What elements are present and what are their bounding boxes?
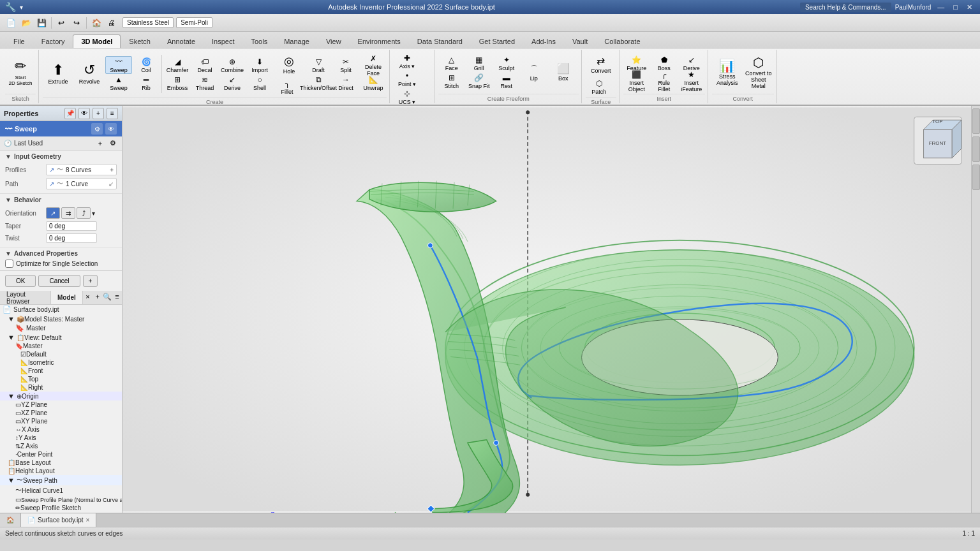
point-btn[interactable]: • Point ▾ bbox=[394, 70, 420, 88]
chamfer-btn[interactable]: ◢ Chamfer bbox=[164, 56, 191, 74]
tab-3dmodel[interactable]: 3D Model bbox=[73, 34, 121, 48]
tree-yz[interactable]: ▭ YZ Plane bbox=[0, 400, 122, 409]
tree-helical[interactable]: 〜 Helical Curve1 bbox=[0, 485, 122, 496]
sheet-metal-btn[interactable]: ⬡ Convert toSheet Metal bbox=[743, 54, 774, 92]
tree-sweep-path[interactable]: ▼ 〜 Sweep Path bbox=[0, 475, 122, 485]
optimize-checkbox[interactable] bbox=[5, 260, 13, 268]
tab-addins[interactable]: Add-Ins bbox=[523, 34, 564, 48]
tab-inspect[interactable]: Inspect bbox=[204, 34, 242, 48]
home-icon-tab[interactable]: 🏠 bbox=[0, 513, 21, 527]
print-btn[interactable]: 🖨 bbox=[105, 16, 119, 30]
rib-btn[interactable]: ═ Rib bbox=[133, 74, 160, 92]
tab-vault[interactable]: Vault bbox=[564, 34, 596, 48]
ok-btn[interactable]: OK bbox=[5, 275, 36, 287]
rest-btn[interactable]: ▬ Rest bbox=[493, 73, 520, 91]
tree-end-of-part[interactable]: — End of Part bbox=[0, 512, 122, 513]
hint-btn2[interactable] bbox=[972, 136, 980, 162]
lip-btn[interactable]: ⌒ Lip bbox=[521, 64, 547, 82]
search-help-btn[interactable]: Search Help & Commands... bbox=[800, 3, 891, 12]
convert-btn[interactable]: ⇄ Convert bbox=[586, 52, 616, 78]
insert-ifeature-btn[interactable]: ★ Insert iFeature bbox=[678, 73, 705, 91]
tree-tab-model[interactable]: Model bbox=[51, 291, 83, 304]
tab-file[interactable]: File bbox=[5, 34, 33, 48]
stitch-btn[interactable]: ⊞ Stitch bbox=[438, 73, 465, 91]
cancel-btn[interactable]: Cancel bbox=[38, 275, 80, 287]
redo-btn[interactable]: ↪ bbox=[70, 16, 84, 30]
menu-btn[interactable]: ≡ bbox=[107, 108, 118, 119]
combine-btn[interactable]: ⊕ Combine bbox=[219, 56, 246, 74]
eye-btn[interactable]: 👁 bbox=[78, 108, 90, 119]
eye-white-btn[interactable]: 👁 bbox=[105, 123, 117, 135]
orient-btn3[interactable]: ⤴ bbox=[77, 207, 91, 219]
rule-fillet-btn[interactable]: ╭ Rule Fillet bbox=[651, 73, 678, 91]
save-btn[interactable]: 💾 bbox=[34, 16, 48, 30]
tree-front[interactable]: 📐 Front bbox=[0, 367, 122, 375]
split-btn[interactable]: ✂ Split bbox=[332, 56, 359, 74]
box-btn[interactable]: ⬜ Box bbox=[548, 60, 579, 85]
tree-base-layout[interactable]: 📋 Base Layout bbox=[0, 459, 122, 467]
tree-origin[interactable]: ▼ ⊕ Origin bbox=[0, 392, 122, 400]
close-btn[interactable]: ✕ bbox=[964, 3, 975, 11]
sculpt-btn[interactable]: ✦ Sculpt bbox=[493, 55, 520, 73]
home-btn[interactable]: 🏠 bbox=[89, 16, 103, 30]
grill-btn[interactable]: ▦ Grill bbox=[466, 55, 493, 73]
tree-yaxis[interactable]: ↕ Y Axis bbox=[0, 434, 122, 442]
orient-dropdown[interactable]: ▾ bbox=[92, 210, 95, 217]
tab-view[interactable]: View bbox=[318, 34, 350, 48]
tab-sketch[interactable]: Sketch bbox=[121, 34, 159, 48]
pin-btn[interactable]: 📌 bbox=[64, 108, 76, 119]
face-btn[interactable]: △ Face bbox=[438, 55, 465, 73]
tab-collaborate[interactable]: Collaborate bbox=[596, 34, 648, 48]
shell-btn[interactable]: ○ Shell bbox=[246, 74, 273, 92]
tree-root[interactable]: 📄 Surface body.ipt bbox=[0, 305, 122, 314]
tree-xaxis[interactable]: ↔ X Axis bbox=[0, 425, 122, 434]
decal-btn[interactable]: 🏷 Decal bbox=[191, 56, 218, 74]
import-btn[interactable]: ⬇ Import bbox=[246, 56, 273, 74]
tree-menu-btn[interactable]: ≡ bbox=[112, 291, 122, 302]
tree-tab-layout[interactable]: Layout Browser bbox=[0, 291, 51, 304]
tree-default[interactable]: ☑ Default bbox=[0, 350, 122, 358]
fillet-btn[interactable]: ╮ Fillet bbox=[274, 78, 301, 96]
surface-body-tab[interactable]: 📄 Surface body.ipt × bbox=[21, 513, 96, 527]
twist-input[interactable] bbox=[46, 233, 97, 243]
taper-input[interactable] bbox=[46, 221, 97, 231]
tree-master1[interactable]: 🔖 Master bbox=[0, 323, 122, 333]
unwrap-btn[interactable]: 📐 Unwrap bbox=[360, 74, 387, 92]
doc-close-btn[interactable]: × bbox=[86, 517, 90, 524]
hint-btn1[interactable] bbox=[972, 108, 980, 134]
loft-btn[interactable]: ▲ Sweep bbox=[105, 74, 132, 92]
extrude-btn[interactable]: ⬆ Extrude bbox=[43, 55, 73, 93]
material-dropdown[interactable]: Stainless Steel bbox=[122, 17, 174, 28]
tree-right[interactable]: 📐 Right bbox=[0, 383, 122, 392]
profiles-value[interactable]: ↗ 〜 8 Curves + bbox=[46, 164, 117, 175]
axis-btn[interactable]: ✚ Axis ▾ bbox=[394, 52, 420, 70]
hole-btn[interactable]: ◎ Hole bbox=[274, 52, 304, 78]
path-value[interactable]: ↗ 〜 1 Curve ↙ bbox=[46, 178, 117, 189]
sweep-btn[interactable]: 〰 Sweep bbox=[105, 56, 132, 74]
tree-zaxis[interactable]: ⇅ Z Axis bbox=[0, 442, 122, 450]
delete-face-btn[interactable]: ✗ Delete Face bbox=[360, 56, 387, 74]
minimize-btn[interactable]: — bbox=[935, 3, 947, 11]
tree-view-default[interactable]: ▼ 📋 View: Default bbox=[0, 333, 122, 342]
tab-data-standard[interactable]: Data Standard bbox=[409, 34, 471, 48]
draft-btn[interactable]: ▽ Draft bbox=[305, 56, 332, 74]
tree-sweep-profile-plane[interactable]: ▭ Sweep Profile Plane (Normal to Curve a… bbox=[0, 496, 122, 504]
thicken-btn[interactable]: ⧉ Thicken/Offset bbox=[305, 74, 332, 92]
tab-get-started[interactable]: Get Started bbox=[471, 34, 523, 48]
tree-center[interactable]: · Center Point bbox=[0, 450, 122, 459]
orient-btn1[interactable]: ↗ bbox=[46, 207, 60, 219]
tab-factory[interactable]: Factory bbox=[33, 34, 73, 48]
add-plus-btn[interactable]: + bbox=[83, 275, 98, 287]
tree-model-states[interactable]: ▼ 📦 Model States: Master bbox=[0, 314, 122, 323]
viewport[interactable]: TOP FRONT Z X Y bbox=[122, 106, 971, 513]
revolve-btn[interactable]: ↺ Revolve bbox=[74, 55, 105, 93]
finish-dropdown[interactable]: Semi-Poli bbox=[176, 17, 212, 28]
tree-master2[interactable]: 🔖 Master bbox=[0, 342, 122, 350]
config-btn[interactable]: ⚙ bbox=[91, 123, 103, 135]
tab-tools[interactable]: Tools bbox=[242, 34, 276, 48]
emboss-btn[interactable]: ⊞ Emboss bbox=[164, 74, 191, 92]
tree-close-btn[interactable]: × bbox=[83, 291, 93, 302]
snap-fit-btn[interactable]: 🔗 Snap Fit bbox=[466, 73, 493, 91]
tree-xy[interactable]: ▭ XY Plane bbox=[0, 417, 122, 425]
coil-btn[interactable]: 🌀 Coil bbox=[133, 56, 160, 74]
